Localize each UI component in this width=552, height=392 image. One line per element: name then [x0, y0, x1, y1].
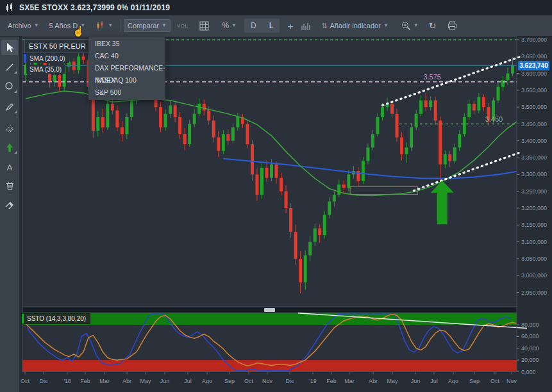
dropdown-item[interactable]: S&P 500 — [88, 86, 165, 99]
x-axis-label: Oct — [244, 378, 254, 384]
x-axis-label: Mar — [99, 378, 110, 384]
candle-body — [366, 147, 369, 161]
price-axis-label: 3.450,000 — [521, 121, 547, 127]
price-axis-label: 3.200,000 — [521, 205, 547, 211]
time-axis[interactable]: OctDic'18FebMarAbrMayJunJulAgoSepOctNovD… — [21, 372, 517, 385]
candle-body — [506, 74, 510, 81]
candle-body — [193, 114, 196, 124]
candle-body — [280, 178, 283, 192]
x-axis-label: Ago — [448, 378, 458, 384]
candle-body — [72, 61, 76, 70]
x-axis-label: Jun — [411, 378, 421, 384]
price-axis-label: 3.050,000 — [521, 256, 547, 262]
candle-body — [169, 106, 172, 114]
candle-body — [323, 215, 326, 236]
last-price-badge: 3.623,740 — [518, 61, 549, 70]
candle-body — [246, 124, 249, 145]
x-axis-label: Nov — [262, 378, 273, 384]
x-axis-label: Nov — [506, 378, 517, 384]
candle-body — [371, 134, 374, 147]
sma35-legend[interactable]: SMA (35,0) — [24, 65, 65, 74]
candle-body — [501, 80, 505, 87]
candle-body — [207, 110, 210, 120]
candle-body — [251, 144, 254, 174]
ssto-axis-label: 60,000 — [521, 333, 539, 339]
candle-body — [333, 195, 336, 202]
ssto-legend[interactable]: SSTO (14,3,3,80,20) — [21, 313, 90, 324]
candle-body — [308, 242, 312, 256]
x-axis-label: May — [387, 378, 398, 384]
dropdown-item[interactable]: NASDAQ 100 — [88, 74, 165, 86]
candle-body — [101, 117, 105, 127]
candle-body — [299, 259, 302, 282]
candle-body — [275, 165, 278, 178]
instrument-legend-label: ESTX 50 PR.EUR — [29, 42, 86, 50]
x-axis-label: May — [140, 378, 151, 384]
price-axis[interactable]: 3.700,0003.650,0003.600,0003.550,0003.50… — [517, 37, 547, 296]
candle-body — [121, 127, 124, 135]
candle-body — [376, 117, 379, 134]
candle-body — [424, 101, 428, 108]
x-axis-label: Dic — [286, 378, 294, 384]
x-axis-label: Feb — [326, 378, 337, 384]
candle-body — [434, 101, 437, 121]
dropdown-item[interactable]: DAX PERFORMANCE-INDEX — [88, 62, 165, 74]
ssto-axis[interactable]: 80,00060,00040,00020,0000,000 — [517, 322, 539, 375]
candle-body — [212, 120, 215, 137]
dropdown-item[interactable]: IBEX 35 — [88, 38, 165, 50]
x-axis-label: Sep — [224, 378, 235, 384]
candle-body — [415, 114, 418, 127]
candle-body — [58, 75, 61, 86]
x-axis-label: Oct — [490, 378, 500, 384]
sma200-legend[interactable]: SMA (200,0) — [24, 54, 69, 63]
sma35-legend-label: SMA (35,0) — [29, 66, 62, 73]
price-axis-label: 3.150,000 — [521, 222, 547, 228]
candle-body — [174, 106, 177, 117]
x-axis-label: Sep — [469, 378, 480, 384]
candle-body — [53, 75, 56, 82]
candle-body — [265, 168, 269, 178]
candle-body — [77, 56, 80, 70]
price-axis-label: 3.500,000 — [521, 104, 547, 110]
price-axis-label: 3.550,000 — [521, 87, 547, 94]
candle-body — [106, 104, 109, 127]
candle-body — [477, 97, 480, 110]
candle-body — [496, 87, 499, 101]
candle-body — [405, 147, 408, 154]
candle-body — [458, 134, 461, 147]
sma200-color-swatch — [24, 54, 26, 63]
candle-body — [197, 104, 201, 114]
candle-body — [270, 165, 273, 178]
dropdown-item[interactable]: CAC 40 — [88, 50, 165, 62]
price-axis-label: 3.650,000 — [521, 53, 547, 60]
price-axis-label: 3.000,000 — [521, 272, 547, 279]
chart-canvas[interactable]: 3.5753.4503.700,0003.650,0003.600,0003.5… — [0, 0, 552, 392]
x-axis-label: Jun — [160, 378, 170, 384]
price-axis-label: 3.600,000 — [521, 70, 547, 77]
candle-body — [419, 101, 422, 114]
candle-body — [318, 229, 321, 236]
candle-body — [390, 104, 394, 114]
x-axis-label: Jul — [184, 378, 192, 384]
candle-body — [444, 154, 447, 165]
candle-body — [463, 117, 466, 134]
candle-body — [236, 117, 239, 127]
price-axis-label: 2.950,000 — [521, 290, 547, 296]
x-axis-label: '18 — [63, 378, 71, 384]
candle-body — [217, 138, 220, 151]
x-axis-label: Mar — [344, 378, 355, 384]
level-label: 3.575 — [423, 73, 441, 81]
candle-body — [82, 56, 85, 60]
candle-body — [381, 107, 384, 117]
candle-body — [260, 168, 263, 195]
candle-body — [439, 120, 442, 164]
panel-resize-handle[interactable] — [264, 308, 275, 312]
candle-body — [164, 114, 167, 127]
price-axis-label: 3.250,000 — [521, 188, 547, 195]
price-axis-label: 3.400,000 — [521, 138, 547, 144]
sma35-color-swatch — [24, 65, 26, 74]
candle-body — [255, 174, 258, 195]
trading-app-window: SX5E STOXX 3.623,73999 0% 01/11/2019 Arc… — [0, 0, 552, 392]
candle-body — [396, 114, 399, 138]
candle-body — [511, 65, 514, 74]
